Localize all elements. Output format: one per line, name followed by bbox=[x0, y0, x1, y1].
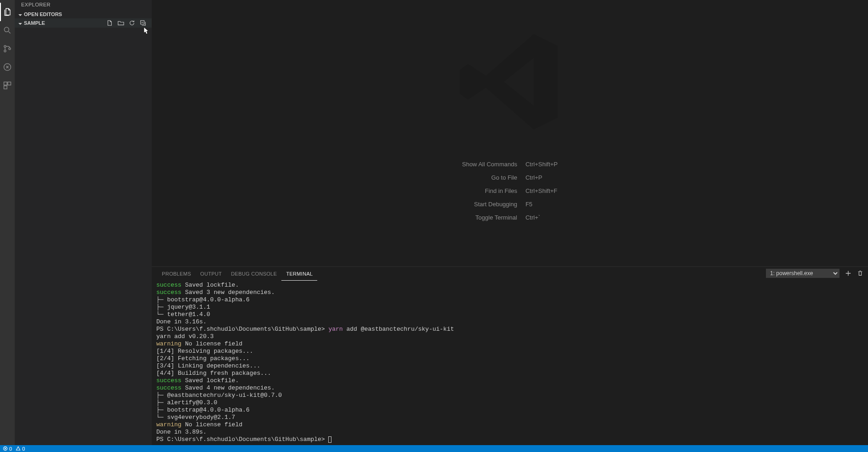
new-file-icon bbox=[107, 20, 113, 26]
refresh-button[interactable] bbox=[129, 20, 135, 26]
cmd-show-all-key: Ctrl+Shift+P bbox=[525, 161, 558, 168]
terminal-line: PS C:\Users\f.shchudlo\Documents\GitHub\… bbox=[156, 326, 863, 333]
activity-debug[interactable] bbox=[0, 58, 15, 76]
caret-down-icon bbox=[18, 12, 22, 16]
svg-point-2 bbox=[4, 50, 6, 52]
cmd-goto-file-label: Go to File bbox=[462, 174, 517, 181]
cmd-start-debug-key: F5 bbox=[525, 201, 558, 208]
collapse-icon bbox=[140, 20, 146, 26]
explorer-sidebar: EXPLORER OPEN EDITORS SAMPLE bbox=[15, 0, 152, 445]
terminal-line: success Saved 4 new dependencies. bbox=[156, 384, 863, 392]
terminal-line: └─ tether@1.4.0 bbox=[156, 311, 863, 318]
activity-bar bbox=[0, 0, 15, 445]
terminal-line: ├─ jquery@3.1.1 bbox=[156, 304, 863, 311]
terminal-line: [3/4] Linking dependencies... bbox=[156, 362, 863, 370]
cmd-goto-file-key: Ctrl+P bbox=[525, 174, 558, 181]
terminal-line: PS C:\Users\f.shchudlo\Documents\GitHub\… bbox=[156, 436, 863, 443]
tab-terminal[interactable]: TERMINAL bbox=[281, 267, 317, 281]
open-editors-label: OPEN EDITORS bbox=[24, 11, 148, 17]
editor-area: Show All Commands Ctrl+Shift+P Go to Fil… bbox=[152, 0, 868, 266]
terminal-line: [4/4] Building fresh packages... bbox=[156, 370, 863, 377]
terminal-line: success Saved lockfile. bbox=[156, 282, 863, 289]
tab-output[interactable]: OUTPUT bbox=[196, 267, 227, 281]
terminal-select[interactable]: 1: powershell.exe bbox=[766, 269, 839, 278]
svg-rect-7 bbox=[4, 86, 7, 89]
status-errors-count: 0 bbox=[9, 446, 12, 452]
terminal-line: └─ svg4everybody@2.1.7 bbox=[156, 414, 863, 421]
panel-tabs: PROBLEMS OUTPUT DEBUG CONSOLE TERMINAL 1… bbox=[152, 267, 868, 281]
open-editors-header[interactable]: OPEN EDITORS bbox=[15, 10, 152, 18]
status-warnings-count: 0 bbox=[22, 446, 25, 452]
terminal-line: warning No license field bbox=[156, 421, 863, 429]
folder-actions bbox=[107, 20, 146, 26]
terminal-output[interactable]: success Saved lockfile.success Saved 3 n… bbox=[152, 281, 868, 445]
status-errors[interactable]: 0 bbox=[3, 446, 12, 452]
cmd-find-files-key: Ctrl+Shift+F bbox=[525, 187, 558, 194]
warning-icon bbox=[16, 446, 21, 451]
activity-search[interactable] bbox=[0, 21, 15, 40]
cmd-toggle-term-key: Ctrl+` bbox=[525, 214, 558, 221]
extensions-icon bbox=[3, 81, 12, 90]
svg-point-1 bbox=[4, 45, 6, 47]
terminal-line: success Saved 3 new dependencies. bbox=[156, 289, 863, 296]
refresh-icon bbox=[129, 20, 135, 26]
panel-actions: 1: powershell.exe bbox=[766, 269, 863, 278]
activity-scm[interactable] bbox=[0, 40, 15, 58]
plus-icon bbox=[845, 270, 851, 277]
bottom-panel: PROBLEMS OUTPUT DEBUG CONSOLE TERMINAL 1… bbox=[152, 266, 868, 445]
tab-debug-console[interactable]: DEBUG CONSOLE bbox=[227, 267, 282, 281]
terminal-line: [1/4] Resolving packages... bbox=[156, 348, 863, 355]
debug-icon bbox=[3, 62, 12, 72]
svg-point-3 bbox=[9, 48, 11, 50]
new-file-button[interactable] bbox=[107, 20, 113, 26]
svg-rect-5 bbox=[4, 82, 7, 85]
svg-rect-6 bbox=[8, 82, 11, 85]
folder-label: SAMPLE bbox=[24, 20, 107, 26]
terminal-line: warning No license field bbox=[156, 340, 863, 348]
cmd-show-all-label: Show All Commands bbox=[462, 161, 517, 168]
sidebar-title: EXPLORER bbox=[15, 0, 152, 10]
error-icon bbox=[3, 446, 8, 451]
terminal-line: [2/4] Fetching packages... bbox=[156, 355, 863, 362]
cmd-find-files-label: Find in Files bbox=[462, 187, 517, 194]
caret-down-icon bbox=[18, 21, 22, 25]
terminal-line: ├─ bootstrap@4.0.0-alpha.6 bbox=[156, 296, 863, 304]
tab-problems[interactable]: PROBLEMS bbox=[157, 267, 196, 281]
svg-point-0 bbox=[4, 27, 9, 32]
cmd-toggle-term-label: Toggle Terminal bbox=[462, 214, 517, 221]
folder-header[interactable]: SAMPLE bbox=[15, 18, 152, 28]
terminal-line: success Saved lockfile. bbox=[156, 377, 863, 384]
git-icon bbox=[3, 44, 12, 53]
status-warnings[interactable]: 0 bbox=[16, 446, 25, 452]
terminal-line: ├─ alertify@0.3.0 bbox=[156, 399, 863, 407]
terminal-line: Done in 3.16s. bbox=[156, 318, 863, 326]
new-folder-button[interactable] bbox=[118, 20, 124, 26]
terminal-line: yarn add v0.20.3 bbox=[156, 333, 863, 340]
terminal-line: ├─ @eastbanctechru/sky-ui-kit@0.7.0 bbox=[156, 392, 863, 399]
trash-icon bbox=[857, 270, 863, 277]
cmd-start-debug-label: Start Debugging bbox=[462, 201, 517, 208]
activity-extensions[interactable] bbox=[0, 76, 15, 95]
search-icon bbox=[3, 26, 12, 35]
files-icon bbox=[3, 7, 12, 17]
status-bar: 0 0 bbox=[0, 445, 868, 452]
terminal-line: ├─ bootstrap@4.0.0-alpha.6 bbox=[156, 407, 863, 414]
vscode-watermark-icon bbox=[450, 22, 570, 141]
new-terminal-button[interactable] bbox=[845, 270, 851, 277]
kill-terminal-button[interactable] bbox=[857, 270, 863, 277]
terminal-line: Done in 3.89s. bbox=[156, 429, 863, 436]
new-folder-icon bbox=[118, 20, 124, 26]
welcome-commands: Show All Commands Ctrl+Shift+P Go to Fil… bbox=[462, 161, 558, 221]
collapse-all-button[interactable] bbox=[140, 20, 146, 26]
activity-explorer[interactable] bbox=[0, 3, 15, 21]
